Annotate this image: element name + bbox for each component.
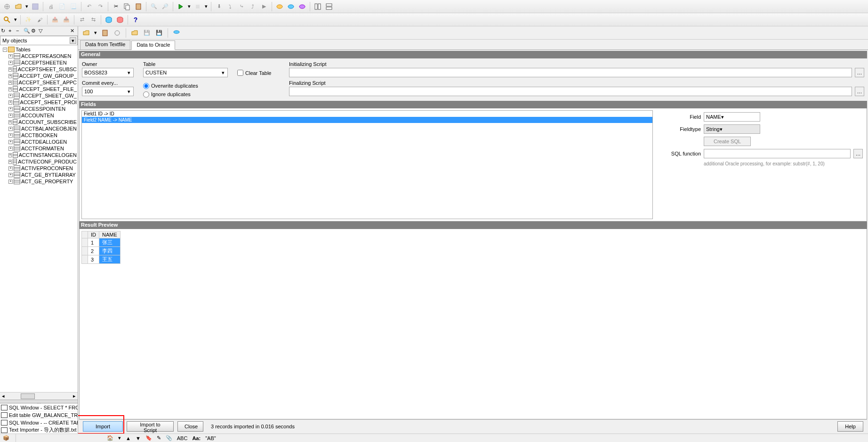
compare-icon[interactable]: ⇄ bbox=[77, 15, 87, 25]
table-dropdown[interactable]: CUSTEN▾ bbox=[143, 68, 228, 77]
expand-icon[interactable]: + bbox=[8, 133, 13, 138]
import-icon[interactable]: 📥 bbox=[61, 15, 72, 25]
expand-icon[interactable]: + bbox=[8, 114, 13, 118]
expand-icon[interactable]: + bbox=[8, 127, 13, 131]
tree-table-item[interactable]: +ACCTDEALLOGEN bbox=[1, 139, 77, 145]
dropdown-icon[interactable]: ▾ bbox=[13, 15, 18, 25]
window-list-item[interactable]: Text Importer - 导入的数据.txt bbox=[0, 426, 78, 434]
expand-icon[interactable]: + bbox=[8, 180, 13, 184]
highlight-icon[interactable]: ✨ bbox=[23, 15, 33, 25]
tree-table-item[interactable]: +ACT_GE_PROPERTY bbox=[1, 178, 77, 185]
expand-icon[interactable]: + bbox=[8, 54, 13, 58]
find-icon[interactable]: 🔍 bbox=[149, 1, 159, 12]
expand-icon[interactable]: + bbox=[8, 67, 12, 72]
init-script-input[interactable] bbox=[289, 68, 852, 77]
step-out-icon[interactable]: ⤴ bbox=[248, 1, 258, 12]
tree-table-item[interactable]: +ACT_GE_BYTEARRAY bbox=[1, 172, 77, 178]
open-icon[interactable] bbox=[13, 1, 24, 12]
copy-icon[interactable] bbox=[122, 1, 132, 12]
commit-icon[interactable] bbox=[274, 1, 285, 12]
find-icon[interactable]: 🔍 bbox=[24, 28, 30, 34]
dropdown-icon[interactable]: ▾ bbox=[187, 1, 192, 12]
down-icon[interactable]: ▼ bbox=[136, 435, 141, 441]
expand-icon[interactable]: + bbox=[8, 147, 13, 151]
save-icon[interactable] bbox=[30, 1, 40, 12]
open-file-icon[interactable] bbox=[81, 28, 91, 38]
help-icon[interactable]: ? bbox=[130, 15, 141, 25]
expand-icon[interactable]: + bbox=[8, 28, 15, 34]
object-tree[interactable]: − Tables +ACCEPTREASONEN+ACCEPTSHEETEN+A… bbox=[0, 45, 78, 392]
cut-icon[interactable]: ✂ bbox=[111, 1, 121, 12]
find-next-icon[interactable]: 🔎 bbox=[160, 1, 170, 12]
tree-table-item[interactable]: +ACCEPT_SHEET_FILE_ bbox=[1, 86, 77, 92]
export-icon[interactable]: 📤 bbox=[50, 15, 60, 25]
saveas-def-icon[interactable]: 💾 bbox=[154, 28, 164, 38]
window-list-item[interactable]: SQL Window - -- CREATE TABLE CRI bbox=[0, 418, 78, 426]
import-to-script-button[interactable]: Import to Script bbox=[127, 421, 174, 432]
undo-icon[interactable]: ↶ bbox=[84, 1, 94, 12]
search-icon[interactable] bbox=[2, 15, 12, 25]
tree-table-item[interactable]: +ACCEPT_SHEET_PROI bbox=[1, 99, 77, 106]
expand-icon[interactable]: + bbox=[8, 140, 13, 144]
expand-icon[interactable]: + bbox=[8, 74, 12, 78]
field-mapping-row[interactable]: Field1 ID -> ID bbox=[82, 111, 652, 117]
expand-icon[interactable]: + bbox=[8, 100, 12, 105]
table-row[interactable]: 2李四 bbox=[82, 247, 121, 255]
expand-icon[interactable]: + bbox=[8, 153, 12, 157]
paste-icon[interactable] bbox=[133, 1, 144, 12]
help-button[interactable]: Help bbox=[837, 421, 863, 432]
field-dropdown[interactable]: NAME▾ bbox=[704, 112, 760, 122]
chevron-down-icon[interactable]: ▾ bbox=[118, 435, 121, 441]
edit-icon[interactable]: ✎ bbox=[157, 435, 161, 441]
overwrite-radio[interactable] bbox=[143, 83, 149, 89]
sessions-icon[interactable] bbox=[297, 1, 307, 12]
execute-icon[interactable] bbox=[176, 1, 186, 12]
bookmark-icon[interactable]: 🔖 bbox=[145, 435, 152, 441]
tree-table-item[interactable]: +ACCEPTSHEETEN bbox=[1, 59, 77, 66]
expand-icon[interactable]: + bbox=[8, 166, 13, 171]
collapse-icon[interactable]: − bbox=[16, 28, 23, 34]
final-script-input[interactable] bbox=[289, 87, 852, 96]
window-list-item[interactable]: Edit table GW_BALANCE_TRANSFER bbox=[0, 411, 78, 418]
sqlfn-input[interactable] bbox=[704, 149, 851, 158]
preview-icon[interactable] bbox=[171, 28, 182, 38]
paste-data-icon[interactable] bbox=[100, 28, 110, 38]
splitter[interactable] bbox=[0, 400, 78, 403]
tree-table-item[interactable]: +ACCOUNT_SUBSCRIBE bbox=[1, 119, 77, 125]
fields-list[interactable]: Field1 ID -> IDField2 NAME -> NAME bbox=[81, 110, 653, 219]
clear-table-checkbox[interactable] bbox=[237, 70, 243, 76]
abc-icon[interactable]: ABC bbox=[177, 435, 188, 441]
step-icon[interactable]: ⤵ bbox=[225, 1, 235, 12]
expand-icon[interactable]: + bbox=[8, 61, 13, 65]
dropdown-icon[interactable]: ▾ bbox=[24, 1, 29, 12]
status-icon[interactable]: 📦 bbox=[3, 435, 9, 441]
expand-icon[interactable]: + bbox=[8, 87, 12, 91]
table-row[interactable]: 3王五 bbox=[82, 255, 121, 264]
settings-icon[interactable]: ⚙ bbox=[31, 28, 38, 34]
dropdown-icon[interactable]: ▾ bbox=[204, 1, 209, 12]
tab-data-from-textfile[interactable]: Data from Textfile bbox=[80, 40, 130, 49]
tree-table-item[interactable]: +ACTIVEPROCONFEN bbox=[1, 165, 77, 172]
ignore-radio[interactable] bbox=[143, 91, 149, 98]
expand-icon[interactable]: + bbox=[8, 81, 12, 85]
final-script-ellipsis[interactable]: … bbox=[855, 87, 864, 96]
tree-table-item[interactable]: +ACCEPT_SHEET_APPC bbox=[1, 79, 77, 86]
run-to-icon[interactable]: ▶ bbox=[259, 1, 269, 12]
expand-icon[interactable]: + bbox=[8, 173, 13, 177]
pin-icon[interactable]: 📎 bbox=[166, 435, 172, 441]
diff-icon[interactable]: ⇆ bbox=[88, 15, 98, 25]
tree-table-item[interactable]: +ACCESSPOINTEN bbox=[1, 106, 77, 112]
redo-icon[interactable]: ↷ bbox=[95, 1, 105, 12]
tile-vertical-icon[interactable] bbox=[324, 1, 334, 12]
collapse-icon[interactable]: − bbox=[3, 48, 7, 52]
tree-table-item[interactable]: +ACCTFORMATEN bbox=[1, 145, 77, 152]
step-into-icon[interactable]: ⤷ bbox=[236, 1, 247, 12]
expand-icon[interactable]: + bbox=[8, 107, 13, 111]
data-in-icon[interactable] bbox=[104, 15, 114, 25]
tree-table-item[interactable]: +ACCEPTSHEET_SUBSC bbox=[1, 66, 77, 73]
up-icon[interactable]: ▲ bbox=[126, 435, 131, 441]
stop-icon[interactable] bbox=[193, 1, 203, 12]
field-mapping-row[interactable]: Field2 NAME -> NAME bbox=[82, 117, 652, 123]
sqlfn-ellipsis[interactable]: … bbox=[853, 149, 863, 158]
print-preview-icon[interactable]: 📄 bbox=[57, 1, 67, 12]
